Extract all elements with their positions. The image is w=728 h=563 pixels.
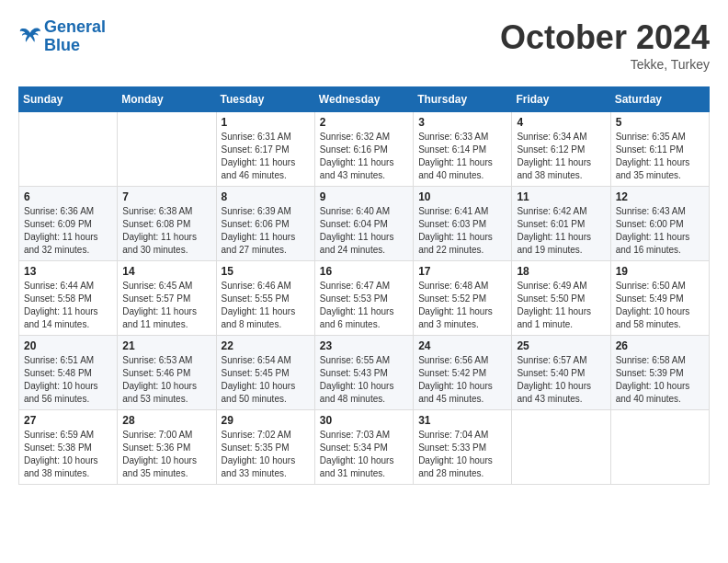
day-info: Sunrise: 6:49 AM Sunset: 5:50 PM Dayligh… bbox=[517, 280, 605, 331]
day-info: Sunrise: 6:53 AM Sunset: 5:46 PM Dayligh… bbox=[122, 354, 210, 406]
weekday-header-thursday: Thursday bbox=[414, 87, 512, 112]
day-info: Sunrise: 6:48 AM Sunset: 5:52 PM Dayligh… bbox=[418, 280, 506, 331]
calendar-cell: 9Sunrise: 6:40 AM Sunset: 6:04 PM Daylig… bbox=[314, 187, 413, 261]
weekday-header-tuesday: Tuesday bbox=[216, 87, 314, 112]
logo: General Blue bbox=[18, 18, 106, 55]
weekday-header-monday: Monday bbox=[118, 87, 216, 112]
weekday-header-friday: Friday bbox=[512, 87, 610, 112]
day-info: Sunrise: 6:34 AM Sunset: 6:12 PM Dayligh… bbox=[517, 131, 605, 182]
month-title: October 2024 bbox=[500, 18, 710, 57]
day-number: 8 bbox=[222, 190, 310, 203]
day-number: 12 bbox=[616, 190, 704, 203]
calendar-week-row: 27Sunrise: 6:59 AM Sunset: 5:38 PM Dayli… bbox=[19, 410, 710, 485]
calendar-cell: 19Sunrise: 6:50 AM Sunset: 5:49 PM Dayli… bbox=[610, 261, 709, 336]
day-info: Sunrise: 6:50 AM Sunset: 5:49 PM Dayligh… bbox=[616, 280, 704, 331]
day-number: 24 bbox=[418, 339, 506, 352]
day-number: 14 bbox=[122, 265, 210, 278]
calendar-cell: 17Sunrise: 6:48 AM Sunset: 5:52 PM Dayli… bbox=[414, 261, 512, 336]
calendar-cell: 16Sunrise: 6:47 AM Sunset: 5:53 PM Dayli… bbox=[314, 261, 413, 336]
day-number: 7 bbox=[122, 190, 210, 203]
calendar-cell: 4Sunrise: 6:34 AM Sunset: 6:12 PM Daylig… bbox=[512, 112, 610, 187]
calendar-cell: 2Sunrise: 6:32 AM Sunset: 6:16 PM Daylig… bbox=[314, 112, 413, 187]
calendar-cell bbox=[610, 410, 709, 485]
day-number: 15 bbox=[222, 265, 310, 278]
calendar-cell: 30Sunrise: 7:03 AM Sunset: 5:34 PM Dayli… bbox=[314, 410, 413, 485]
day-number: 2 bbox=[320, 116, 408, 129]
logo-text: General Blue bbox=[44, 18, 106, 55]
day-info: Sunrise: 6:45 AM Sunset: 5:57 PM Dayligh… bbox=[122, 280, 210, 331]
day-info: Sunrise: 6:31 AM Sunset: 6:17 PM Dayligh… bbox=[222, 131, 310, 182]
day-info: Sunrise: 6:40 AM Sunset: 6:04 PM Dayligh… bbox=[320, 205, 408, 257]
calendar-cell: 5Sunrise: 6:35 AM Sunset: 6:11 PM Daylig… bbox=[610, 112, 709, 187]
day-info: Sunrise: 6:51 AM Sunset: 5:48 PM Dayligh… bbox=[24, 354, 112, 406]
day-number: 18 bbox=[517, 265, 605, 278]
weekday-header-sunday: Sunday bbox=[19, 87, 118, 112]
day-info: Sunrise: 6:36 AM Sunset: 6:09 PM Dayligh… bbox=[24, 205, 112, 257]
day-info: Sunrise: 7:03 AM Sunset: 5:34 PM Dayligh… bbox=[320, 429, 408, 480]
day-number: 5 bbox=[616, 116, 704, 129]
location: Tekke, Turkey bbox=[500, 57, 710, 72]
day-number: 20 bbox=[24, 339, 112, 352]
day-number: 22 bbox=[222, 339, 310, 352]
calendar-week-row: 13Sunrise: 6:44 AM Sunset: 5:58 PM Dayli… bbox=[19, 261, 710, 336]
day-info: Sunrise: 6:55 AM Sunset: 5:43 PM Dayligh… bbox=[320, 354, 408, 406]
day-number: 3 bbox=[418, 116, 506, 129]
calendar-cell: 21Sunrise: 6:53 AM Sunset: 5:46 PM Dayli… bbox=[118, 336, 216, 410]
calendar-cell: 25Sunrise: 6:57 AM Sunset: 5:40 PM Dayli… bbox=[512, 336, 610, 410]
calendar-cell: 8Sunrise: 6:39 AM Sunset: 6:06 PM Daylig… bbox=[216, 187, 314, 261]
calendar-cell: 13Sunrise: 6:44 AM Sunset: 5:58 PM Dayli… bbox=[19, 261, 118, 336]
day-number: 13 bbox=[24, 265, 112, 278]
day-number: 29 bbox=[222, 414, 310, 427]
day-number: 26 bbox=[616, 339, 704, 352]
calendar-cell: 10Sunrise: 6:41 AM Sunset: 6:03 PM Dayli… bbox=[414, 187, 512, 261]
calendar-table: SundayMondayTuesdayWednesdayThursdayFrid… bbox=[18, 86, 710, 485]
day-number: 4 bbox=[517, 116, 605, 129]
day-number: 25 bbox=[517, 339, 605, 352]
calendar-week-row: 6Sunrise: 6:36 AM Sunset: 6:09 PM Daylig… bbox=[19, 187, 710, 261]
day-info: Sunrise: 6:47 AM Sunset: 5:53 PM Dayligh… bbox=[320, 280, 408, 331]
calendar-cell: 22Sunrise: 6:54 AM Sunset: 5:45 PM Dayli… bbox=[216, 336, 314, 410]
day-number: 6 bbox=[24, 190, 112, 203]
calendar-cell: 7Sunrise: 6:38 AM Sunset: 6:08 PM Daylig… bbox=[118, 187, 216, 261]
day-info: Sunrise: 6:38 AM Sunset: 6:08 PM Dayligh… bbox=[122, 205, 210, 257]
day-number: 21 bbox=[122, 339, 210, 352]
day-number: 28 bbox=[122, 414, 210, 427]
day-number: 11 bbox=[517, 190, 605, 203]
day-info: Sunrise: 6:54 AM Sunset: 5:45 PM Dayligh… bbox=[222, 354, 310, 406]
day-info: Sunrise: 6:35 AM Sunset: 6:11 PM Dayligh… bbox=[616, 131, 704, 182]
calendar-cell bbox=[118, 112, 216, 187]
calendar-cell: 11Sunrise: 6:42 AM Sunset: 6:01 PM Dayli… bbox=[512, 187, 610, 261]
day-info: Sunrise: 6:58 AM Sunset: 5:39 PM Dayligh… bbox=[616, 354, 704, 406]
title-block: October 2024 Tekke, Turkey bbox=[500, 18, 710, 72]
weekday-header-wednesday: Wednesday bbox=[314, 87, 413, 112]
day-number: 23 bbox=[320, 339, 408, 352]
day-info: Sunrise: 7:00 AM Sunset: 5:36 PM Dayligh… bbox=[122, 429, 210, 480]
day-info: Sunrise: 6:43 AM Sunset: 6:00 PM Dayligh… bbox=[616, 205, 704, 257]
day-info: Sunrise: 6:41 AM Sunset: 6:03 PM Dayligh… bbox=[418, 205, 506, 257]
calendar-cell: 26Sunrise: 6:58 AM Sunset: 5:39 PM Dayli… bbox=[610, 336, 709, 410]
day-info: Sunrise: 6:46 AM Sunset: 5:55 PM Dayligh… bbox=[222, 280, 310, 331]
calendar-cell: 14Sunrise: 6:45 AM Sunset: 5:57 PM Dayli… bbox=[118, 261, 216, 336]
day-info: Sunrise: 6:44 AM Sunset: 5:58 PM Dayligh… bbox=[24, 280, 112, 331]
day-number: 19 bbox=[616, 265, 704, 278]
calendar-week-row: 1Sunrise: 6:31 AM Sunset: 6:17 PM Daylig… bbox=[19, 112, 710, 187]
calendar-cell: 20Sunrise: 6:51 AM Sunset: 5:48 PM Dayli… bbox=[19, 336, 118, 410]
calendar-cell: 28Sunrise: 7:00 AM Sunset: 5:36 PM Dayli… bbox=[118, 410, 216, 485]
day-info: Sunrise: 6:42 AM Sunset: 6:01 PM Dayligh… bbox=[517, 205, 605, 257]
calendar-cell: 1Sunrise: 6:31 AM Sunset: 6:17 PM Daylig… bbox=[216, 112, 314, 187]
calendar-cell: 6Sunrise: 6:36 AM Sunset: 6:09 PM Daylig… bbox=[19, 187, 118, 261]
calendar-cell: 3Sunrise: 6:33 AM Sunset: 6:14 PM Daylig… bbox=[414, 112, 512, 187]
calendar-cell: 12Sunrise: 6:43 AM Sunset: 6:00 PM Dayli… bbox=[610, 187, 709, 261]
calendar-cell: 31Sunrise: 7:04 AM Sunset: 5:33 PM Dayli… bbox=[414, 410, 512, 485]
day-number: 16 bbox=[320, 265, 408, 278]
day-info: Sunrise: 6:32 AM Sunset: 6:16 PM Dayligh… bbox=[320, 131, 408, 182]
calendar-cell bbox=[19, 112, 118, 187]
day-info: Sunrise: 6:56 AM Sunset: 5:42 PM Dayligh… bbox=[418, 354, 506, 406]
day-number: 10 bbox=[418, 190, 506, 203]
page-header: General Blue October 2024 Tekke, Turkey bbox=[18, 18, 710, 72]
day-number: 30 bbox=[320, 414, 408, 427]
calendar-cell: 23Sunrise: 6:55 AM Sunset: 5:43 PM Dayli… bbox=[314, 336, 413, 410]
calendar-week-row: 20Sunrise: 6:51 AM Sunset: 5:48 PM Dayli… bbox=[19, 336, 710, 410]
calendar-cell: 18Sunrise: 6:49 AM Sunset: 5:50 PM Dayli… bbox=[512, 261, 610, 336]
day-number: 17 bbox=[418, 265, 506, 278]
